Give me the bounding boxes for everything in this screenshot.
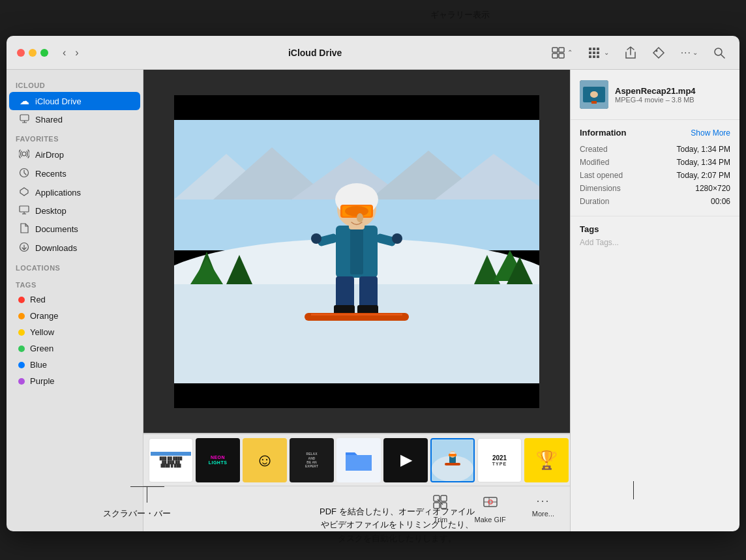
svg-rect-7 bbox=[589, 52, 591, 54]
info-filename: AspenRecap21.mp4 bbox=[615, 86, 730, 96]
tag-red-dot bbox=[18, 297, 25, 303]
info-section-title: Information bbox=[580, 128, 627, 138]
info-tags-section: Tags Add Tags... bbox=[571, 216, 739, 255]
back-button[interactable]: ‹ bbox=[59, 44, 70, 61]
svg-point-14 bbox=[715, 48, 722, 55]
svg-point-53 bbox=[345, 206, 368, 216]
thumbnail-6[interactable]: ▶ bbox=[383, 438, 428, 482]
desktop-label: Desktop bbox=[35, 206, 67, 216]
thumbnail-7[interactable] bbox=[430, 438, 475, 482]
applications-label: Applications bbox=[35, 188, 81, 198]
svg-rect-12 bbox=[597, 55, 599, 58]
more-actions-label: More... bbox=[532, 510, 554, 518]
group-button[interactable]: ⌄ bbox=[584, 44, 613, 61]
sidebar-item-tag-blue[interactable]: Blue bbox=[9, 357, 140, 373]
tag-red-label: Red bbox=[30, 295, 46, 304]
sidebar-section-tags: Tags bbox=[7, 274, 143, 291]
recents-icon bbox=[18, 168, 30, 180]
gallery-preview-area bbox=[143, 70, 570, 433]
duration-value: 00:06 bbox=[711, 197, 730, 206]
show-more-button[interactable]: Show More bbox=[691, 128, 730, 138]
svg-rect-21 bbox=[20, 206, 29, 212]
sidebar-item-tag-green[interactable]: Green bbox=[9, 340, 140, 357]
minimize-button[interactable] bbox=[29, 49, 37, 57]
sidebar-section-locations: Locations bbox=[7, 258, 143, 274]
search-button[interactable] bbox=[709, 44, 729, 61]
dimensions-value: 1280×720 bbox=[695, 184, 730, 193]
tag-green-label: Green bbox=[30, 344, 53, 353]
info-section-header: Information Show More bbox=[580, 128, 730, 138]
sidebar-section-icloud: iCloud bbox=[7, 75, 143, 92]
svg-rect-11 bbox=[593, 55, 595, 58]
trim-button[interactable]: Trim bbox=[427, 492, 453, 526]
share-button[interactable] bbox=[621, 44, 640, 62]
sidebar-item-tag-purple[interactable]: Purple bbox=[9, 373, 140, 389]
maximize-button[interactable] bbox=[40, 49, 48, 57]
video-preview-frame[interactable] bbox=[174, 95, 539, 408]
thumbnail-9[interactable]: 🏆 bbox=[524, 438, 569, 482]
make-gif-button[interactable]: Make GIF bbox=[469, 492, 511, 526]
thumbnail-3[interactable]: ☺ bbox=[243, 438, 287, 482]
tag-purple-label: Purple bbox=[30, 376, 55, 386]
svg-rect-9 bbox=[597, 52, 599, 54]
sidebar-item-recents[interactable]: Recents bbox=[9, 164, 140, 183]
icloud-drive-label: iCloud Drive bbox=[35, 96, 82, 106]
tag-yellow-dot bbox=[18, 329, 25, 336]
sidebar-item-downloads[interactable]: Downloads bbox=[9, 239, 140, 258]
sidebar-item-tag-red[interactable]: Red bbox=[9, 291, 140, 308]
tag-yellow-label: Yellow bbox=[30, 327, 54, 337]
dimensions-label: Dimensions bbox=[580, 184, 621, 193]
thumbnail-5[interactable] bbox=[336, 438, 381, 482]
modified-label: Modified bbox=[580, 158, 609, 167]
sidebar-item-shared[interactable]: Shared bbox=[9, 110, 140, 128]
svg-rect-3 bbox=[559, 53, 564, 58]
trim-label: Trim bbox=[434, 516, 448, 523]
created-label: Created bbox=[580, 145, 608, 154]
more-actions-button[interactable]: ··· More... bbox=[527, 492, 560, 526]
duration-label: Duration bbox=[580, 197, 609, 206]
sidebar-item-documents[interactable]: Documents bbox=[9, 220, 140, 239]
svg-rect-56 bbox=[359, 276, 378, 309]
documents-icon bbox=[18, 223, 30, 235]
thumbnail-1[interactable]: ███ ██ ████ ██ ███ ██ ████ █ ███ bbox=[149, 438, 193, 482]
info-title-block: AspenRecap21.mp4 MPEG-4 movie – 3.8 MB bbox=[615, 86, 730, 104]
svg-point-54 bbox=[357, 213, 363, 222]
thumbnail-4[interactable]: RELAX AND BE AN EXPERT bbox=[290, 438, 334, 482]
more-options-button[interactable]: ··· ⌄ bbox=[677, 44, 702, 61]
traffic-lights bbox=[17, 49, 48, 57]
svg-rect-6 bbox=[597, 48, 599, 50]
close-button[interactable] bbox=[17, 49, 25, 57]
tag-blue-label: Blue bbox=[30, 360, 47, 370]
svg-rect-27 bbox=[174, 383, 539, 408]
applications-icon bbox=[18, 186, 30, 199]
tag-orange-dot bbox=[18, 313, 25, 319]
svg-line-72 bbox=[438, 499, 443, 505]
sidebar-item-desktop[interactable]: Desktop bbox=[9, 202, 140, 220]
info-created-row: Created Today, 1:34 PM bbox=[580, 143, 730, 156]
sidebar-item-tag-yellow[interactable]: Yellow bbox=[9, 324, 140, 340]
thumbnail-8[interactable]: 2021 TYPE bbox=[477, 438, 522, 482]
thumbnail-2[interactable]: NEON LIGHTS bbox=[196, 438, 240, 482]
finder-body: iCloud ☁ iCloud Drive Shared Favorites bbox=[7, 70, 739, 531]
sidebar-item-applications[interactable]: Applications bbox=[9, 183, 140, 202]
forward-button[interactable]: › bbox=[71, 44, 82, 61]
window-title: iCloud Drive bbox=[88, 48, 543, 58]
view-gallery-button[interactable]: ⌃ bbox=[548, 44, 576, 61]
info-panel: AspenRecap21.mp4 MPEG-4 movie – 3.8 MB I… bbox=[570, 70, 739, 531]
tags-section-title: Tags bbox=[580, 224, 730, 234]
toolbar: ‹ › iCloud Drive ⌃ bbox=[7, 36, 739, 70]
info-last-opened-row: Last opened Today, 2:07 PM bbox=[580, 169, 730, 182]
svg-rect-66 bbox=[449, 454, 456, 456]
svg-rect-69 bbox=[441, 495, 447, 501]
add-tags-field[interactable]: Add Tags... bbox=[580, 238, 730, 247]
sidebar-item-icloud-drive[interactable]: ☁ iCloud Drive bbox=[9, 92, 140, 110]
svg-rect-5 bbox=[593, 48, 595, 50]
tag-button[interactable] bbox=[648, 44, 669, 62]
shared-icon bbox=[18, 113, 30, 125]
sidebar: iCloud ☁ iCloud Drive Shared Favorites bbox=[7, 70, 143, 531]
svg-rect-70 bbox=[434, 503, 440, 508]
sidebar-item-airdrop[interactable]: AirDrop bbox=[9, 145, 140, 164]
svg-rect-26 bbox=[174, 95, 539, 120]
sidebar-item-tag-orange[interactable]: Orange bbox=[9, 308, 140, 324]
svg-rect-55 bbox=[336, 276, 354, 309]
